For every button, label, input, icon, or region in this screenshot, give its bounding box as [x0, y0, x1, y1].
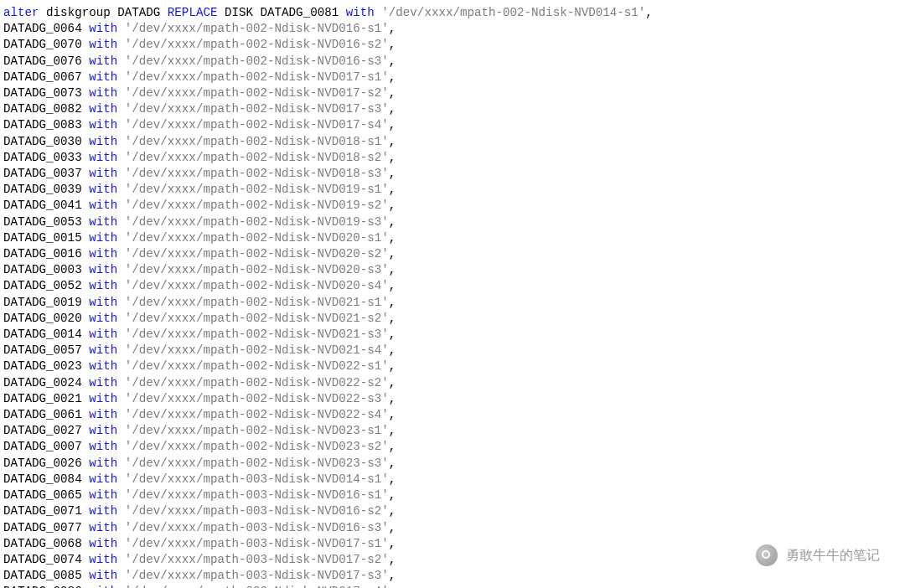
sql-line: DATADG_0007 with '/dev/xxxx/mpath-002-Nd… — [3, 439, 902, 455]
sql-line: DATADG_0037 with '/dev/xxxx/mpath-002-Nd… — [3, 166, 902, 182]
comma: , — [389, 343, 396, 357]
kw-with: with — [89, 263, 117, 276]
comma: , — [389, 585, 396, 588]
comma: , — [645, 6, 653, 19]
device-path: '/dev/xxxx/mpath-003-Ndisk-NVD016-s2' — [125, 504, 389, 518]
comma: , — [389, 376, 396, 389]
device-path: '/dev/xxxx/mpath-002-Ndisk-NVD019-s1' — [125, 183, 389, 196]
comma: , — [389, 328, 396, 341]
disk-name: DATADG_0052 — [3, 279, 82, 292]
device-path: '/dev/xxxx/mpath-002-Ndisk-NVD018-s1' — [125, 135, 389, 148]
disk-name: DATADG_0021 — [3, 392, 82, 405]
wechat-watermark: 勇敢牛牛的笔记 — [756, 544, 880, 566]
sql-line: DATADG_0083 with '/dev/xxxx/mpath-002-Nd… — [3, 117, 902, 133]
sql-line: DATADG_0023 with '/dev/xxxx/mpath-002-Nd… — [3, 358, 902, 374]
sql-line: DATADG_0021 with '/dev/xxxx/mpath-002-Nd… — [3, 391, 902, 407]
kw-with: with — [89, 537, 117, 550]
comma: , — [389, 86, 396, 100]
comma: , — [389, 70, 396, 84]
device-path: '/dev/xxxx/mpath-002-Ndisk-NVD021-s4' — [125, 343, 389, 357]
kw-with: with — [89, 359, 117, 373]
device-path: '/dev/xxxx/mpath-002-Ndisk-NVD021-s3' — [125, 328, 389, 341]
disk-name: DATADG_0077 — [3, 521, 82, 534]
disk-name: DATADG_0082 — [3, 102, 82, 116]
kw-with: with — [89, 504, 117, 518]
sql-line: DATADG_0024 with '/dev/xxxx/mpath-002-Nd… — [3, 375, 902, 391]
device-path: '/dev/xxxx/mpath-002-Ndisk-NVD023-s2' — [125, 440, 389, 453]
kw-with: with — [89, 135, 117, 148]
comma: , — [389, 167, 396, 180]
disk-name: DATADG_0016 — [3, 247, 82, 260]
device-path: '/dev/xxxx/mpath-002-Ndisk-NVD017-s3' — [125, 102, 389, 116]
sql-line: DATADG_0073 with '/dev/xxxx/mpath-002-Nd… — [3, 85, 902, 101]
disk-name: DATADG_0081 — [261, 6, 339, 19]
disk-name: DATADG_0084 — [3, 472, 82, 486]
disk-name: DATADG_0086 — [3, 585, 82, 588]
disk-name: DATADG_0061 — [3, 408, 82, 421]
device-path: '/dev/xxxx/mpath-002-Ndisk-NVD018-s3' — [125, 167, 389, 180]
kw-with: with — [89, 167, 117, 180]
sql-line: DATADG_0085 with '/dev/xxxx/mpath-003-Nd… — [3, 568, 902, 584]
comma: , — [389, 488, 396, 502]
kw-with: with — [89, 343, 117, 357]
comma: , — [389, 279, 396, 292]
sql-line: DATADG_0070 with '/dev/xxxx/mpath-002-Nd… — [3, 37, 902, 53]
comma: , — [389, 537, 396, 550]
kw-with: with — [89, 296, 117, 309]
sql-line: DATADG_0071 with '/dev/xxxx/mpath-003-Nd… — [3, 503, 902, 519]
disk-name: DATADG_0020 — [3, 312, 82, 325]
sql-line: DATADG_0014 with '/dev/xxxx/mpath-002-Nd… — [3, 327, 902, 343]
kw-with: with — [89, 456, 117, 470]
disk-name: DATADG_0068 — [3, 537, 82, 550]
sql-line: DATADG_0086 with '/dev/xxxx/mpath-003-Nd… — [3, 584, 902, 588]
sql-line: DATADG_0076 with '/dev/xxxx/mpath-002-Nd… — [3, 54, 902, 70]
disk-name: DATADG_0083 — [3, 118, 82, 132]
comma: , — [389, 151, 396, 164]
disk-name: DATADG_0053 — [3, 215, 82, 229]
sql-line: DATADG_0003 with '/dev/xxxx/mpath-002-Nd… — [3, 262, 902, 278]
device-path: '/dev/xxxx/mpath-002-Ndisk-NVD017-s1' — [125, 70, 389, 84]
kw-with: with — [89, 118, 117, 132]
kw-with: with — [89, 86, 117, 100]
device-path: '/dev/xxxx/mpath-003-Ndisk-NVD017-s1' — [125, 537, 389, 550]
device-path: '/dev/xxxx/mpath-002-Ndisk-NVD020-s4' — [125, 279, 389, 292]
comma: , — [389, 199, 396, 212]
kw-with: with — [89, 472, 117, 486]
comma: , — [389, 102, 396, 116]
disk-name: DATADG_0027 — [3, 424, 82, 437]
kw-with: with — [89, 38, 117, 51]
comma: , — [389, 247, 396, 260]
disk-name: DATADG_0073 — [3, 86, 82, 100]
disk-name: DATADG_0064 — [3, 22, 82, 35]
kw-with: with — [89, 521, 117, 534]
comma: , — [389, 359, 396, 373]
kw-with: with — [89, 215, 117, 229]
sql-line: DATADG_0064 with '/dev/xxxx/mpath-002-Nd… — [3, 21, 902, 37]
kw-with: with — [89, 151, 117, 164]
device-path: '/dev/xxxx/mpath-002-Ndisk-NVD022-s2' — [125, 376, 389, 389]
sql-line: DATADG_0016 with '/dev/xxxx/mpath-002-Nd… — [3, 246, 902, 262]
device-path: '/dev/xxxx/mpath-002-Ndisk-NVD019-s3' — [125, 215, 389, 229]
kw-alter: alter — [3, 6, 39, 19]
comma: , — [389, 504, 396, 518]
sql-line: DATADG_0026 with '/dev/xxxx/mpath-002-Nd… — [3, 456, 902, 472]
sql-line: DATADG_0039 with '/dev/xxxx/mpath-002-Nd… — [3, 182, 902, 198]
sql-line: DATADG_0027 with '/dev/xxxx/mpath-002-Nd… — [3, 423, 902, 439]
device-path: '/dev/xxxx/mpath-002-Ndisk-NVD022-s4' — [125, 408, 389, 421]
comma: , — [389, 408, 396, 421]
device-path: '/dev/xxxx/mpath-002-Ndisk-NVD023-s3' — [125, 456, 389, 470]
sql-line: DATADG_0030 with '/dev/xxxx/mpath-002-Nd… — [3, 134, 902, 150]
kw-with: with — [89, 553, 117, 566]
device-path: '/dev/xxxx/mpath-002-Ndisk-NVD016-s1' — [125, 22, 389, 35]
sql-line: DATADG_0067 with '/dev/xxxx/mpath-002-Nd… — [3, 70, 902, 85]
device-path: '/dev/xxxx/mpath-002-Ndisk-NVD020-s1' — [125, 231, 389, 245]
comma: , — [389, 215, 396, 229]
device-path: '/dev/xxxx/mpath-002-Ndisk-NVD017-s4' — [125, 118, 389, 132]
kw-with: with — [89, 569, 117, 582]
kw-with: with — [89, 279, 117, 292]
device-path: '/dev/xxxx/mpath-003-Ndisk-NVD016-s1' — [125, 488, 389, 502]
disk-name: DATADG_0007 — [3, 440, 82, 453]
sql-line: DATADG_0033 with '/dev/xxxx/mpath-002-Nd… — [3, 150, 902, 166]
disk-name: DATADG_0065 — [3, 488, 82, 502]
disk-name: DATADG_0033 — [3, 151, 82, 164]
